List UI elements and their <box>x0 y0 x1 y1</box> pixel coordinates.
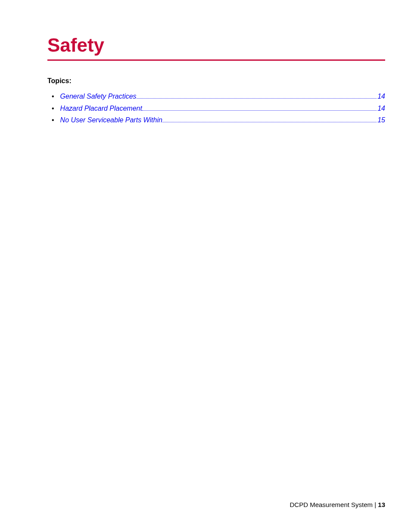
bullet-icon: • <box>52 91 54 102</box>
toc-page-number[interactable]: 14 <box>377 91 385 102</box>
bullet-icon: • <box>52 103 54 114</box>
toc-item: • No User Serviceable Parts Within 15 <box>52 115 385 126</box>
toc-item: • General Safety Practices 14 <box>52 91 385 102</box>
toc-link-general-safety[interactable]: General Safety Practices <box>60 91 137 102</box>
toc-item: • Hazard Placard Placement 14 <box>52 103 385 114</box>
chapter-title: Safety <box>47 34 385 61</box>
toc-leader-dots <box>162 122 377 122</box>
toc-leader-dots <box>142 110 377 111</box>
toc-page-number[interactable]: 15 <box>377 115 385 126</box>
toc-list: • General Safety Practices 14 • Hazard P… <box>47 91 385 126</box>
toc-leader-dots <box>137 98 377 99</box>
toc-link-hazard-placard[interactable]: Hazard Placard Placement <box>60 103 142 114</box>
toc-link-no-user-serviceable[interactable]: No User Serviceable Parts Within <box>60 115 162 126</box>
topics-label: Topics: <box>47 77 385 85</box>
footer-doc-name: DCPD Measurement System <box>290 501 373 508</box>
page-footer: DCPD Measurement System | 13 <box>290 501 385 508</box>
bullet-icon: • <box>52 115 54 126</box>
document-page: Safety Topics: • General Safety Practice… <box>0 0 411 532</box>
footer-separator: | <box>373 501 378 508</box>
toc-page-number[interactable]: 14 <box>377 103 385 114</box>
footer-page-number: 13 <box>378 501 385 508</box>
